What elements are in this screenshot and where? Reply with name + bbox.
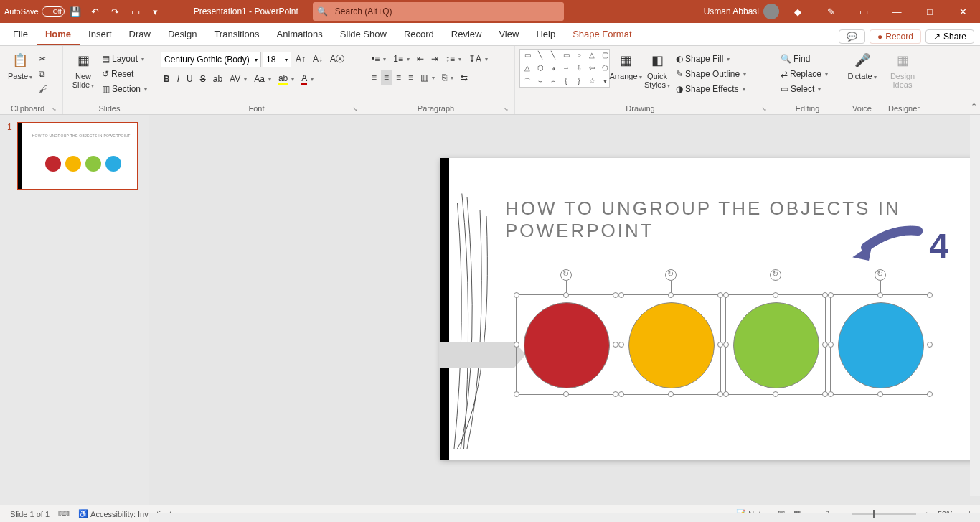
underline-icon[interactable]: U (184, 72, 196, 86)
columns-icon[interactable]: ▥ (418, 70, 438, 85)
diamond-icon[interactable]: ◆ (783, 2, 812, 21)
wand-icon[interactable]: ✎ (816, 2, 845, 21)
close-icon[interactable]: ✕ (948, 2, 977, 21)
maximize-icon[interactable]: □ (915, 2, 944, 21)
align-text-icon[interactable]: ⎘ (439, 70, 456, 85)
justify-icon[interactable]: ≡ (405, 70, 416, 85)
ribbon-mode-icon[interactable]: ▭ (849, 2, 878, 21)
case-icon[interactable]: Aa (251, 72, 274, 86)
redo-icon[interactable]: ↷ (106, 2, 125, 21)
group-label-slides: Slides (67, 103, 151, 114)
font-color-icon[interactable]: A (298, 72, 316, 86)
tab-transitions[interactable]: Transitions (205, 24, 268, 45)
autosave-toggle[interactable]: AutoSave Off (4, 6, 65, 17)
slide-canvas[interactable]: HOW TO UNGROUP THE OBJECTS IN POWERPOINT… (440, 158, 977, 460)
align-left-icon[interactable]: ≡ (369, 70, 380, 85)
rotate-handle-icon[interactable] (770, 269, 781, 281)
language-icon[interactable]: ⌨ (54, 509, 74, 518)
quick-styles-button[interactable]: ◧ Quick Styles (641, 49, 673, 89)
text-direction-icon[interactable]: ↧A (466, 52, 491, 66)
tab-slideshow[interactable]: Slide Show (331, 24, 395, 45)
select-button[interactable]: ▭Select (778, 82, 831, 96)
shape-effects-button[interactable]: ◑Shape Effects (673, 82, 749, 96)
vertical-scrollbar[interactable] (970, 115, 980, 496)
shadow-icon[interactable]: ab (210, 72, 225, 86)
grow-font-icon[interactable]: A↑ (293, 52, 308, 66)
slide-editor[interactable]: HOW TO UNGROUP THE OBJECTS IN POWERPOINT… (149, 115, 980, 505)
outdent-icon[interactable]: ⇤ (414, 52, 427, 66)
shapes-gallery[interactable]: ▭╲╲▭○△▢ △⬡↳→⇩⇦⬠ ⌒⌣⌢{}☆▾ (519, 49, 610, 88)
undo-icon[interactable]: ↶ (86, 2, 105, 21)
slide-thumbnail-panel[interactable]: 1 HOW TO UNGROUP THE OBJECTS IN POWERPOI… (0, 115, 149, 505)
present-icon[interactable]: ▭ (126, 2, 145, 21)
bold-icon[interactable]: B (161, 72, 173, 86)
zoom-slider[interactable] (852, 513, 916, 515)
share-button[interactable]: ↗Share (925, 29, 974, 44)
font-family-combo[interactable]: Century Gothic (Body)▾ (161, 52, 261, 67)
find-button[interactable]: 🔍Find (778, 52, 831, 66)
save-icon[interactable]: 💾 (66, 2, 85, 21)
tab-view[interactable]: View (490, 24, 527, 45)
reset-button[interactable]: ↺Reset (99, 67, 150, 81)
shrink-font-icon[interactable]: A↓ (310, 52, 326, 66)
cut-icon[interactable]: ✂ (36, 52, 50, 66)
selected-circle-green[interactable] (725, 294, 826, 395)
slide-info[interactable]: Slide 1 of 1 (6, 510, 54, 518)
align-center-icon[interactable]: ≡ (381, 70, 392, 85)
paragraph-launcher-icon[interactable]: ↘ (503, 106, 510, 114)
paste-button[interactable]: 📋 Paste (4, 49, 36, 80)
rotate-handle-icon[interactable] (560, 269, 572, 281)
tab-animations[interactable]: Animations (268, 24, 331, 45)
tab-help[interactable]: Help (527, 24, 564, 45)
font-size-combo[interactable]: 18▾ (263, 52, 291, 67)
highlight-icon[interactable]: ab (275, 72, 297, 86)
user-avatar-icon[interactable] (763, 4, 779, 19)
strike-icon[interactable]: S (197, 72, 209, 86)
replace-button[interactable]: ⇄Replace (778, 67, 831, 81)
drawing-launcher-icon[interactable]: ↘ (761, 106, 768, 114)
indent-icon[interactable]: ⇥ (428, 52, 441, 66)
ribbon: 📋 Paste ✂ ⧉ 🖌 Clipboard↘ ▦ New Slide ▤La… (0, 46, 980, 115)
align-right-icon[interactable]: ≡ (393, 70, 404, 85)
shape-outline-button[interactable]: ✎Shape Outline (673, 67, 749, 81)
tab-draw[interactable]: Draw (121, 24, 159, 45)
rotate-handle-icon[interactable] (665, 269, 677, 281)
italic-icon[interactable]: I (174, 72, 182, 86)
collapse-ribbon-icon[interactable]: ⌃ (971, 102, 977, 111)
tab-review[interactable]: Review (443, 24, 491, 45)
font-launcher-icon[interactable]: ↘ (352, 106, 359, 114)
selected-shapes-group[interactable] (516, 294, 935, 395)
format-painter-icon[interactable]: 🖌 (36, 82, 50, 96)
selected-circle-red[interactable] (516, 294, 616, 395)
new-slide-button[interactable]: ▦ New Slide (67, 49, 99, 89)
search-box[interactable]: 🔍 Search (Alt+Q) (313, 2, 564, 21)
bullets-icon[interactable]: •≡ (369, 52, 389, 66)
tab-shape-format[interactable]: Shape Format (564, 24, 640, 45)
qat-more-icon[interactable]: ▾ (146, 2, 165, 21)
record-button[interactable]: ●Record (870, 29, 921, 44)
line-spacing-icon[interactable]: ↕≡ (443, 52, 464, 66)
minimize-icon[interactable]: — (882, 2, 911, 21)
comments-button[interactable]: 💬 (839, 29, 865, 44)
design-ideas-button[interactable]: ▦ Design Ideas (887, 49, 918, 89)
copy-icon[interactable]: ⧉ (36, 67, 50, 81)
tab-home[interactable]: Home (37, 24, 80, 45)
layout-button[interactable]: ▤Layout (99, 52, 150, 66)
selected-circle-yellow[interactable] (621, 294, 721, 395)
tab-insert[interactable]: Insert (80, 24, 121, 45)
dictate-button[interactable]: 🎤 Dictate (847, 49, 877, 80)
numbering-icon[interactable]: 1≡ (390, 52, 413, 66)
section-button[interactable]: ▥Section (99, 82, 150, 96)
tab-file[interactable]: File (4, 24, 37, 45)
slide-thumbnail-1[interactable]: HOW TO UNGROUP THE OBJECTS IN POWERPOINT (17, 122, 138, 190)
tab-design[interactable]: Design (159, 24, 205, 45)
tab-record[interactable]: Record (395, 24, 443, 45)
clear-format-icon[interactable]: Aⓧ (327, 52, 347, 66)
rotate-handle-icon[interactable] (875, 269, 886, 281)
selected-circle-blue[interactable] (830, 294, 930, 395)
spacing-icon[interactable]: AV (227, 72, 250, 86)
clipboard-launcher-icon[interactable]: ↘ (51, 106, 58, 114)
shape-fill-button[interactable]: ◐Shape Fill (673, 52, 749, 66)
smartart-icon[interactable]: ⇆ (458, 70, 471, 85)
arrange-button[interactable]: ▦ Arrange (610, 49, 641, 80)
